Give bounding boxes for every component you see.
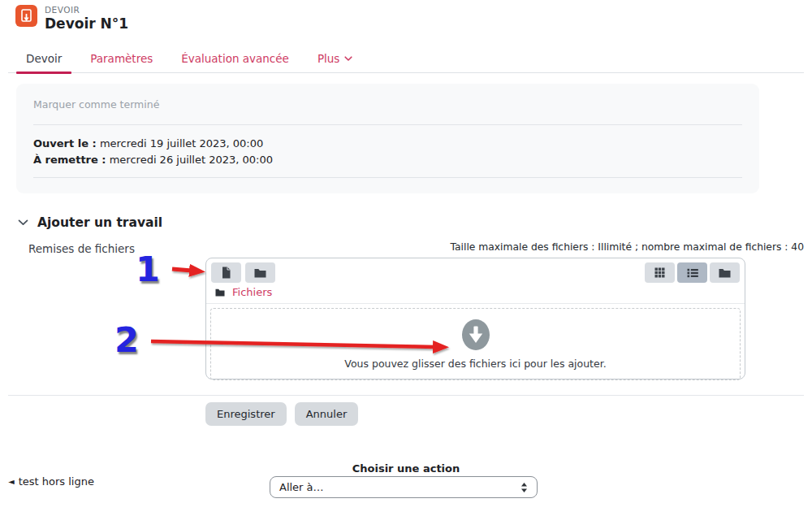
activity-tabs: Devoir Paramètres Évaluation avancée Plu… [8,45,804,73]
divider [8,395,804,396]
tab-parametres[interactable]: Paramètres [80,45,162,72]
list-view-button[interactable] [677,262,707,283]
activity-header: DEVOIR Devoir N°1 [15,5,128,33]
annotation-number-2: 2 [114,323,139,358]
file-manager-toolbar [206,258,745,285]
tab-plus-label: Plus [317,52,339,65]
jump-to-select[interactable]: Aller à… [270,476,538,498]
previous-activity-link[interactable]: ◄ test hors ligne [8,475,94,488]
chevron-down-icon [18,219,28,226]
activity-type-label: DEVOIR [45,5,128,15]
header-text: DEVOIR Devoir N°1 [45,5,128,33]
page-title: Devoir N°1 [45,15,128,33]
annotation-number-1: 1 [136,252,160,287]
previous-activity-label: test hors ligne [19,475,94,488]
open-date-value: mercredi 19 juillet 2023, 00:00 [100,137,263,150]
due-date-label: À remettre : [33,154,106,166]
file-submissions-label: Remises de fichiers [28,242,135,255]
assignment-icon [15,5,37,27]
view-toggle-group [645,262,740,283]
create-folder-icon [254,268,266,278]
dropzone-hint-text: Vous pouvez glisser des fichiers ici pou… [344,358,606,370]
page: DEVOIR Devoir N°1 Devoir Paramètres Éval… [0,0,812,516]
section-title: Ajouter un travail [37,215,162,230]
cancel-button[interactable]: Annuler [295,402,359,426]
add-submission-section-toggle[interactable]: Ajouter un travail [18,215,162,230]
add-file-button[interactable] [211,262,241,283]
open-date-row: Ouvert le : mercredi 19 juillet 2023, 00… [33,136,742,152]
form-buttons: Enregistrer Annuler [205,402,358,426]
breadcrumb-files-link[interactable]: Fichiers [232,286,272,298]
save-button[interactable]: Enregistrer [205,402,287,426]
completion-toggle[interactable]: Marquer comme terminé [33,98,742,111]
grid-view-button[interactable] [645,262,675,283]
folder-icon [215,288,225,297]
divider [33,124,742,125]
file-limits-text: Taille maximale des fichiers : Illimité … [451,241,804,253]
open-date-label: Ouvert le : [33,137,97,150]
due-date-row: À remettre : mercredi 26 juillet 2023, 0… [33,152,742,168]
jump-to-selected-value: Aller à… [279,481,324,493]
list-view-icon [687,268,698,278]
select-spinner-icon [520,482,528,493]
divider [33,177,742,178]
add-file-icon [221,267,231,279]
tab-plus[interactable]: Plus [308,45,362,72]
choose-action-label: Choisir une action [0,462,812,475]
due-date-value: mercredi 26 juillet 2023, 00:00 [110,154,273,166]
tab-evaluation-avancee[interactable]: Évaluation avancée [171,45,299,72]
file-actions-group [211,262,275,283]
download-arrow-icon [461,319,490,351]
tab-devoir[interactable]: Devoir [16,45,71,72]
grid-view-icon [654,267,665,278]
file-manager: Fichiers Vous pouvez glisser des fichier… [205,258,745,379]
annotation-arrow-1 [172,269,192,271]
create-folder-button[interactable] [245,262,275,283]
file-dropzone[interactable]: Vous pouvez glisser des fichiers ici pou… [210,308,741,380]
file-manager-breadcrumb: Fichiers [206,285,745,304]
chevron-down-icon [344,56,352,62]
tree-view-button[interactable] [710,262,740,283]
tree-view-icon [719,268,731,278]
activity-info-panel: Marquer comme terminé Ouvert le : mercre… [16,84,759,193]
left-pointer-icon: ◄ [8,478,15,486]
